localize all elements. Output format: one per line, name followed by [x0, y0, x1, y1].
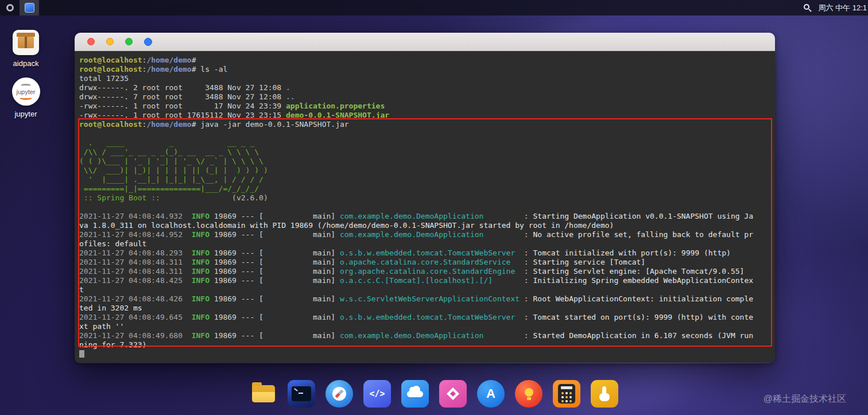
dock-icon-calculator[interactable]	[553, 380, 580, 408]
terminal-text-segment: 2021-11-27 04:08:49.680	[79, 331, 183, 340]
terminal-line: drwx------. 7 root root 3488 Nov 27 12:0…	[79, 92, 754, 102]
terminal-line	[79, 129, 754, 138]
terminal-content[interactable]: root@localhost:/home/demo# root@localhos…	[75, 51, 775, 363]
terminal-text-segment: -rwx------. 1 root root 17615112 Nov 23 …	[79, 111, 286, 119]
package-icon	[13, 30, 39, 55]
terminal-text-segment: o.s.b.w.embedded.tomcat.TomcatWebServer	[340, 313, 515, 321]
terminal-text-segment: total 17235	[79, 74, 129, 83]
terminal-line: root@localhost:/home/demo#	[79, 56, 754, 65]
terminal-text-segment: 19869 --- [ main]	[210, 294, 340, 303]
terminal-text-segment: INFO	[183, 212, 210, 220]
terminal-text-segment: :	[483, 230, 533, 239]
terminal-text-segment: 2021-11-27 04:08:48.293	[79, 249, 183, 257]
terminal-titlebar[interactable]	[75, 33, 775, 51]
desktop-icon-label: aidpack	[13, 59, 39, 68]
terminal-text-segment: 2021-11-27 04:08:44.932	[79, 212, 183, 220]
terminal-line: 2021-11-27 04:08:44.952 INFO 19869 --- […	[79, 230, 754, 249]
terminal-text-segment: o.apache.catalina.core.StandardService	[340, 258, 510, 266]
dock-icon-idea[interactable]	[515, 380, 542, 408]
terminal-text-segment: -rwx------. 1 root root 17 Nov 24 23:39	[79, 102, 286, 110]
terminal-text-segment: .	[286, 83, 290, 92]
terminal-text-segment: com.example.demo.DemoApplication	[340, 212, 483, 220]
terminal-text-segment: com.example.demo.DemoApplication	[340, 230, 483, 239]
terminal-text-segment: 2021-11-27 04:08:48.311	[79, 267, 183, 276]
terminal-text-segment: 19869 --- [ main]	[210, 331, 340, 340]
dock-icon-code[interactable]: </>	[363, 380, 391, 408]
menubar-clock[interactable]: 周六 中午 12:1	[818, 3, 867, 13]
dock-icon-browser[interactable]	[326, 380, 353, 408]
terminal-text-segment: INFO	[183, 230, 210, 239]
terminal-line: 2021-11-27 04:08:48.426 INFO 19869 --- […	[79, 294, 754, 313]
terminal-line: 2021-11-27 04:08:44.932 INFO 19869 --- […	[79, 212, 754, 230]
terminal-text-segment: 19869 --- [ main]	[210, 249, 340, 257]
desktop-icon-list: aidpack jupyter jupyter	[3, 30, 48, 128]
terminal-line: root@localhost:/home/demo# java -jar dem…	[79, 120, 754, 129]
jupyter-wordmark: jupyter	[16, 88, 35, 95]
terminal-text-segment: 19869 --- [ main]	[210, 267, 340, 276]
launcher-icon	[6, 4, 14, 11]
terminal-line: ( ( )\___ | '_ | '_| | '_ \/ _` | \ \ \ …	[79, 157, 754, 166]
jupyter-moon-bottom	[19, 95, 33, 100]
terminal-line: \\/ ___)| |_)| | | | | || (_| | ) ) ) )	[79, 166, 754, 175]
app-indicator-dot	[144, 38, 152, 46]
terminal-text-segment: /home/demo	[146, 120, 191, 129]
terminal-text-segment: 2021-11-27 04:08:49.645	[79, 313, 183, 321]
terminal-line: -rwx------. 1 root root 17615112 Nov 23 …	[79, 111, 754, 120]
active-app-icon[interactable]	[20, 0, 39, 15]
desktop-icon-jupyter[interactable]: jupyter jupyter	[3, 77, 48, 118]
dock-icon-cloud[interactable]	[401, 380, 429, 408]
desktop-icon-aidpack[interactable]: aidpack	[3, 30, 48, 68]
terminal-text-segment: root@localhost	[79, 65, 142, 73]
search-icon[interactable]	[803, 3, 812, 13]
terminal-text-segment: :: Spring Boot ::	[79, 193, 160, 202]
terminal-line: . ____ _ __ _ _	[79, 138, 754, 148]
terminal-text-segment: /home/demo	[146, 65, 191, 73]
terminal-text-segment: :	[493, 276, 533, 285]
zoom-button[interactable]	[125, 38, 133, 45]
terminal-text-segment: 19869 --- [ main]	[210, 212, 340, 220]
close-button[interactable]	[87, 38, 95, 45]
terminal-text-segment: :	[515, 267, 533, 276]
terminal-text-segment: drwx------. 2 root root 3488 Nov 27 12:0…	[79, 83, 286, 92]
terminal-text-segment: INFO	[183, 331, 210, 340]
terminal-line: 2021-11-27 04:08:49.645 INFO 19869 --- […	[79, 313, 754, 331]
terminal-text-segment: INFO	[183, 276, 210, 285]
terminal-text-segment: o.s.b.w.embedded.tomcat.TomcatWebServer	[340, 249, 515, 257]
terminal-text-segment: :	[520, 294, 533, 303]
minimize-button[interactable]	[106, 38, 114, 45]
dock-icon-touch[interactable]	[591, 380, 618, 408]
terminal-line: 2021-11-27 04:08:49.680 INFO 19869 --- […	[79, 331, 754, 350]
terminal-text-segment: :	[483, 212, 533, 220]
dock-icon-files[interactable]	[250, 380, 277, 408]
terminal-line	[79, 203, 754, 212]
terminal-text-segment: :	[515, 249, 533, 257]
app-window-icon	[25, 3, 34, 13]
compass-icon	[332, 387, 346, 401]
terminal-line: drwx------. 2 root root 3488 Nov 27 12:0…	[79, 83, 754, 92]
terminal-text-segment: drwx------. 7 root root 3488 Nov 27 12:0…	[79, 92, 286, 101]
terminal-text-segment: 2021-11-27 04:08:44.952	[79, 230, 183, 239]
terminal-text-segment: /home/demo	[146, 56, 191, 64]
terminal-text-segment: o.a.c.c.C.[Tomcat].[localhost].[/]	[340, 276, 493, 285]
dock-icon-design[interactable]	[439, 380, 467, 408]
appstore-icon: A	[486, 386, 495, 401]
system-menu-icon[interactable]	[0, 0, 20, 15]
terminal-text-segment: ( ( )\___ | '_ | '_| | '_ \/ _` | \ \ \ …	[79, 157, 264, 165]
terminal-line: root@localhost:/home/demo# ls -al	[79, 65, 754, 74]
terminal-text-segment: # java -jar demo-0.0.1-SNAPSHOT.jar	[192, 120, 349, 129]
terminal-line: 2021-11-27 04:08:48.425 INFO 19869 --- […	[79, 276, 754, 294]
terminal-text-segment: :	[483, 331, 533, 340]
terminal-line: /\\ / ___'_ __ _ _(_)_ __ __ _ \ \ \ \	[79, 148, 754, 157]
terminal-output: root@localhost:/home/demo# root@localhos…	[79, 56, 754, 350]
terminal-text-segment: 2021-11-27 04:08:48.426	[79, 294, 183, 303]
desktop-icon-label: jupyter	[14, 110, 37, 118]
cloud-icon	[407, 391, 423, 397]
watermark: @稀土掘金技术社区	[764, 393, 846, 405]
menu-bar: 周六 中午 12:1	[0, 0, 868, 15]
terminal-text-segment: /\\ / ___'_ __ _ _(_)_ __ __ _ \ \ \ \	[79, 148, 259, 156]
dock-icon-appstore[interactable]: A	[477, 380, 505, 408]
folder-icon	[252, 385, 275, 402]
dock-icon-terminal[interactable]	[288, 380, 315, 408]
terminal-icon	[292, 386, 311, 401]
terminal-text-segment: ..	[286, 92, 295, 101]
